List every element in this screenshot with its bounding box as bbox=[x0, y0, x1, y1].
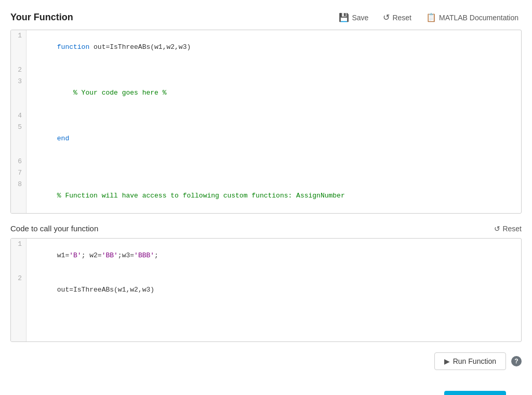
docs-icon: 📋 bbox=[426, 12, 436, 22]
call-section-title: Code to call your function bbox=[10, 224, 98, 233]
play-icon: ▶ bbox=[444, 357, 450, 365]
code-line-6: 6 bbox=[11, 156, 521, 167]
code-line-8: 8 % Function will have access to followi… bbox=[11, 179, 521, 213]
save-icon: 💾 bbox=[339, 12, 349, 22]
call-code-editor[interactable]: 1 w1='B'; w2='BB';w3='BBB'; 2 out=IsThre… bbox=[10, 238, 522, 342]
run-section: ▶ Run Function ? bbox=[10, 352, 522, 370]
code-line-5: 5 end bbox=[11, 122, 521, 156]
call-line-3 bbox=[11, 307, 521, 319]
call-line-4 bbox=[11, 319, 521, 330]
docs-button[interactable]: 📋 MATLAB Documentation bbox=[423, 10, 522, 24]
call-reset-icon: ↺ bbox=[494, 225, 500, 233]
code-line-7: 7 bbox=[11, 167, 521, 179]
page-title: Your Function bbox=[10, 12, 73, 23]
assessment-section: Assessment Submit ? Are the correct outp… bbox=[10, 391, 522, 395]
call-line-1: 1 w1='B'; w2='BB';w3='BBB'; bbox=[11, 239, 521, 273]
reset-icon: ↺ bbox=[383, 12, 390, 22]
assessment-header: Assessment Submit ? bbox=[10, 391, 522, 395]
code-line-4: 4 bbox=[11, 110, 521, 122]
call-line-2: 2 out=IsThreeABs(w1,w2,w3) bbox=[11, 273, 521, 307]
submit-area: Submit ? bbox=[444, 391, 522, 395]
function-code-editor[interactable]: 1 function out=IsThreeABs(w1,w2,w3) 2 3 … bbox=[10, 30, 522, 214]
code-line-1: 1 function out=IsThreeABs(w1,w2,w3) bbox=[11, 30, 521, 64]
run-help-icon[interactable]: ? bbox=[511, 356, 522, 366]
call-line-5 bbox=[11, 330, 521, 341]
save-button[interactable]: 💾 Save bbox=[336, 10, 371, 24]
code-line-2: 2 bbox=[11, 64, 521, 76]
function-header: Your Function 💾 Save ↺ Reset 📋 MATLAB Do… bbox=[10, 10, 522, 24]
header-actions: 💾 Save ↺ Reset 📋 MATLAB Documentation bbox=[336, 10, 522, 24]
submit-button[interactable]: Submit bbox=[444, 391, 506, 395]
call-reset-button[interactable]: ↺ Reset bbox=[494, 225, 522, 233]
call-section-header: Code to call your function ↺ Reset bbox=[10, 224, 522, 233]
reset-button[interactable]: ↺ Reset bbox=[380, 10, 415, 24]
code-line-3: 3 % Your code goes here % bbox=[11, 76, 521, 110]
run-function-button[interactable]: ▶ Run Function bbox=[434, 352, 506, 370]
